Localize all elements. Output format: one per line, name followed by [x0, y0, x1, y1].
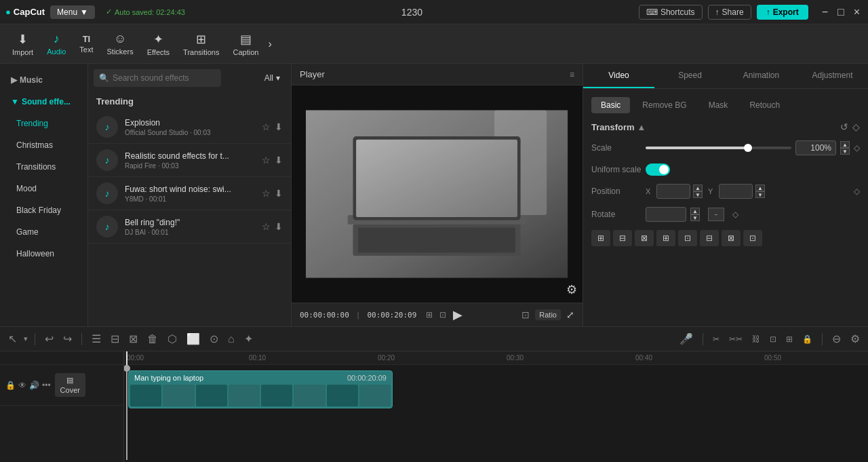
- redo-button[interactable]: ↪: [60, 331, 75, 347]
- uniform-scale-toggle[interactable]: [646, 163, 670, 176]
- tl-video-track[interactable]: Man typing on laptop 00:00:20:09: [128, 370, 393, 408]
- x-up-button[interactable]: ▲: [693, 185, 703, 191]
- grid-icon[interactable]: ⊞: [426, 310, 433, 320]
- export-button[interactable]: ↑ Export: [757, 5, 808, 20]
- sidebar-item-christmas[interactable]: Christmas: [3, 135, 85, 155]
- sidebar-item-sound-effects[interactable]: ▼ Sound effe...: [3, 92, 85, 112]
- crop-tl-button[interactable]: ⊠: [126, 331, 140, 347]
- tl-lock-icon[interactable]: 🔒: [5, 381, 16, 390]
- tab-speed[interactable]: Speed: [654, 64, 726, 88]
- link-button[interactable]: ✂: [710, 333, 722, 345]
- split-button[interactable]: ☰: [89, 331, 104, 347]
- crop-icon[interactable]: ⊡: [521, 309, 530, 320]
- share-button[interactable]: ↑ Share: [708, 5, 751, 20]
- sound-favorite-button[interactable]: ☆: [262, 188, 271, 199]
- scale-slider[interactable]: [646, 147, 791, 149]
- ratio-button[interactable]: Ratio: [535, 309, 561, 320]
- transform-reset-button[interactable]: ↺: [840, 121, 848, 132]
- sound-item-fuwa[interactable]: ♪ Fuwa: short wind noise: swi... Y8MD · …: [88, 177, 291, 210]
- play-button[interactable]: ▶: [453, 307, 462, 322]
- transform-collapse-icon[interactable]: ▲: [637, 122, 646, 132]
- video-settings-icon[interactable]: ⚙: [566, 282, 577, 297]
- sound-favorite-button[interactable]: ☆: [262, 155, 271, 166]
- search-input[interactable]: [94, 69, 221, 87]
- sound-download-button[interactable]: ⬇: [275, 221, 283, 232]
- align-distribute-h-button[interactable]: ⊠: [722, 230, 741, 246]
- close-button[interactable]: ×: [851, 6, 863, 18]
- sound-download-button[interactable]: ⬇: [275, 155, 283, 166]
- select-tool-button[interactable]: ↖: [5, 331, 20, 347]
- delete-button[interactable]: ⊟: [108, 331, 122, 347]
- fit-button[interactable]: ⊡: [767, 333, 779, 345]
- align-right-button[interactable]: ⊠: [635, 230, 654, 246]
- mic-button[interactable]: 🎤: [677, 331, 696, 347]
- scale-down-button[interactable]: ▼: [840, 148, 850, 155]
- tl-eye-icon[interactable]: 👁: [18, 381, 26, 390]
- y-up-button[interactable]: ▲: [755, 185, 765, 191]
- minimize-button[interactable]: −: [819, 6, 831, 18]
- expand-button[interactable]: ⊞: [783, 333, 795, 345]
- sound-download-button[interactable]: ⬇: [275, 188, 283, 199]
- sidebar-item-black-friday[interactable]: Black Friday: [3, 200, 85, 220]
- tl-arrow-icon[interactable]: ▾: [24, 334, 28, 343]
- sidebar-item-game[interactable]: Game: [3, 222, 85, 242]
- sidebar-item-mood[interactable]: Mood: [3, 178, 85, 199]
- sidebar-item-trending[interactable]: Trending: [3, 113, 85, 134]
- tool-stickers[interactable]: ☺ Stickers: [100, 29, 140, 58]
- tool-audio[interactable]: ♪ Audio: [40, 29, 73, 58]
- tl-more-icon[interactable]: •••: [42, 381, 51, 390]
- align-left-button[interactable]: ⊞: [591, 230, 610, 246]
- rotate-minus-button[interactable]: −: [708, 208, 724, 221]
- menu-button[interactable]: Menu ▼: [50, 5, 95, 19]
- subtab-retouch[interactable]: Retouch: [740, 97, 789, 113]
- tool-import[interactable]: ⬇ Import: [5, 29, 40, 59]
- maximize-button[interactable]: □: [835, 6, 847, 18]
- chain-button[interactable]: ⛓: [749, 333, 763, 345]
- cover-button[interactable]: ▤ Cover: [55, 373, 85, 397]
- sound-item-realistic[interactable]: ♪ Realistic sound effects for t... Rapid…: [88, 144, 291, 177]
- subtab-basic[interactable]: Basic: [591, 97, 630, 113]
- grid2-icon[interactable]: ⊡: [439, 310, 446, 320]
- sound-item-bell[interactable]: ♪ Bell ring "ding!" DJ BAI · 00:01 ☆ ⬇: [88, 210, 291, 244]
- settings-tl-button[interactable]: ⚙: [848, 331, 863, 347]
- scale-value[interactable]: 100%: [795, 140, 836, 155]
- tl-volume-icon[interactable]: 🔊: [29, 381, 39, 390]
- y-down-button[interactable]: ▼: [755, 191, 765, 198]
- subtab-removebg[interactable]: Remove BG: [633, 97, 696, 113]
- position-keyframe-icon[interactable]: ◇: [854, 187, 860, 196]
- tool-effects[interactable]: ✦ Effects: [140, 29, 176, 59]
- tool-caption[interactable]: ▤ Caption: [226, 29, 265, 59]
- fullscreen-button[interactable]: ⤢: [566, 309, 574, 320]
- rotate-keyframe-icon[interactable]: ◇: [732, 210, 738, 219]
- sound-download-button[interactable]: ⬇: [275, 121, 283, 132]
- rotate-up-button[interactable]: ▲: [690, 208, 700, 214]
- transform-keyframe-button[interactable]: ◇: [852, 121, 860, 132]
- align-bottom-button[interactable]: ⊟: [700, 230, 719, 246]
- align-distribute-v-button[interactable]: ⊡: [743, 230, 762, 246]
- x-down-button[interactable]: ▼: [693, 191, 703, 198]
- tool-transitions[interactable]: ⊞ Transitions: [176, 29, 226, 59]
- split2-button[interactable]: ✂✂: [726, 333, 745, 345]
- subtab-mask[interactable]: Mask: [699, 97, 738, 113]
- position-x-input[interactable]: 0: [656, 184, 690, 199]
- home-button[interactable]: ⌂: [225, 332, 237, 347]
- shortcuts-button[interactable]: ⌨ Shortcuts: [639, 5, 703, 20]
- filter-button[interactable]: All ▾: [259, 71, 285, 85]
- rotate-down-button[interactable]: ▼: [690, 214, 700, 221]
- sidebar-item-transitions[interactable]: Transitions: [3, 157, 85, 177]
- player-menu-icon[interactable]: ≡: [570, 70, 574, 79]
- sound-item-explosion[interactable]: ♪ Explosion Official Sound Studio · 00:0…: [88, 111, 291, 144]
- circle-button[interactable]: ⊙: [207, 331, 221, 347]
- shape-button[interactable]: ⬡: [165, 331, 180, 347]
- star-button[interactable]: ✦: [241, 331, 256, 347]
- zoom-out-button[interactable]: ⊖: [829, 331, 844, 347]
- sound-favorite-button[interactable]: ☆: [262, 221, 271, 232]
- sidebar-item-halloween[interactable]: Halloween: [3, 244, 85, 264]
- trash-button[interactable]: 🗑: [144, 332, 161, 347]
- scale-thumb[interactable]: [744, 144, 752, 152]
- undo-button[interactable]: ↩: [42, 331, 56, 347]
- tab-animation[interactable]: Animation: [726, 64, 797, 88]
- box-button[interactable]: ⬜: [184, 331, 203, 347]
- rotate-input[interactable]: 0°: [646, 207, 686, 222]
- sidebar-item-music[interactable]: ▶ Music: [3, 70, 85, 90]
